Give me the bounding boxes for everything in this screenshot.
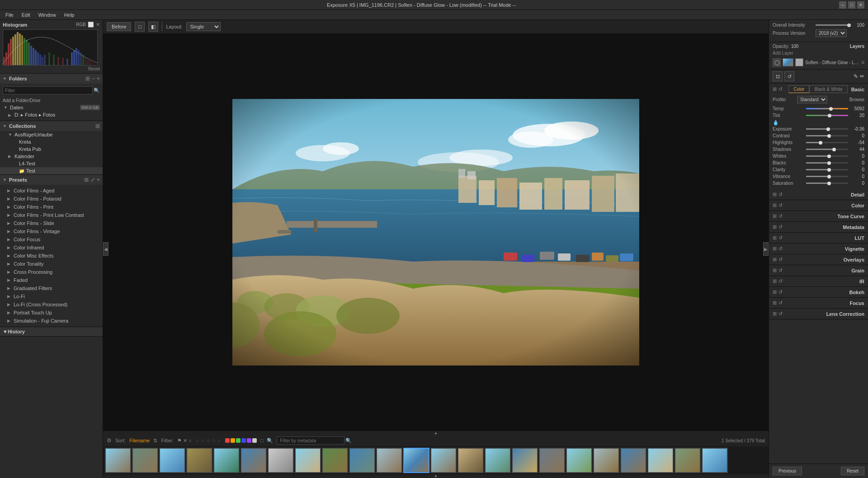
preset-simulation-fuji[interactable]: ▶ Simulation - Fuji Camera (0, 317, 103, 325)
film-thumb-3[interactable] (159, 448, 185, 473)
before-compare-btn[interactable]: □ (135, 22, 145, 32)
filter-star-1[interactable]: ☆ (195, 438, 200, 444)
slider-whites-thumb[interactable] (827, 155, 831, 158)
collection-kalender[interactable]: ▶ Kalender (0, 153, 103, 160)
collection-kreta[interactable]: Kreta (0, 138, 103, 145)
slider-blacks-track[interactable] (806, 162, 848, 164)
histogram-reset[interactable]: Reset (3, 66, 100, 71)
folders-grid-icon[interactable]: ⊞ (85, 75, 90, 82)
layer-menu-icon[interactable]: ≡ (861, 59, 864, 66)
crop-tool-btn[interactable]: ⊡ (773, 71, 783, 81)
slider-highlights-track[interactable] (806, 142, 848, 143)
film-thumb-22[interactable] (675, 448, 701, 473)
filter-dot-red[interactable] (225, 438, 230, 443)
histogram-close-icon[interactable]: ✕ (96, 22, 100, 28)
vignette-panel[interactable]: ⊞ ↺ Vignette (769, 244, 868, 254)
slider-whites-track[interactable] (806, 155, 848, 157)
slider-shadows-thumb[interactable] (832, 148, 836, 151)
filter-flag-icon[interactable]: ⚑ (177, 438, 182, 444)
film-thumb-11[interactable] (376, 448, 402, 473)
overall-intensity-slider[interactable] (816, 24, 851, 26)
preset-color-films-vintage[interactable]: ▶ Color Films - Vintage (0, 227, 103, 235)
slider-saturation-thumb[interactable] (827, 182, 831, 185)
grain-panel[interactable]: ⊞ ↺ Grain (769, 265, 868, 276)
profile-select[interactable]: Standard Vivid Neutral (797, 96, 827, 103)
slider-saturation-track[interactable] (806, 183, 848, 184)
film-thumb-8[interactable] (295, 448, 321, 473)
menu-help[interactable]: Help (61, 11, 78, 19)
tab-bw[interactable]: Black & White (809, 85, 847, 93)
preset-color-films-slide[interactable]: ▶ Color Films - Slide (0, 219, 103, 227)
film-thumb-1[interactable] (105, 448, 131, 473)
preset-color-films-print-lc[interactable]: ▶ Color Films - Print Low Contrast (0, 211, 103, 219)
filter-circle-icon[interactable]: ○ (189, 438, 192, 443)
collections-header[interactable]: ▼ Collections ⊞ (0, 121, 103, 131)
lut-panel[interactable]: ⊞ ↺ LUT (769, 233, 868, 244)
left-collapse-arrow[interactable]: ◀ (103, 242, 108, 256)
filter-search-icon[interactable]: 🔍 (267, 438, 273, 444)
pen-line-icon[interactable]: ✏ (860, 73, 864, 80)
folders-minus-icon[interactable]: − (92, 75, 95, 82)
slider-temp-track[interactable] (806, 108, 848, 109)
slider-exposure-track[interactable] (806, 128, 848, 130)
presets-plus-icon[interactable]: + (97, 177, 100, 183)
filter-dot-white[interactable] (252, 438, 257, 443)
filter-star-3[interactable]: ☆ (206, 438, 211, 444)
preset-color-films-print[interactable]: ▶ Color Films - Print (0, 203, 103, 211)
metadata-filter-input[interactable] (277, 436, 344, 445)
process-version-select[interactable]: 2018 (v2) 2012 (v1) (816, 29, 847, 37)
slider-clarity-track[interactable] (806, 169, 848, 170)
preset-graduated-filters[interactable]: ▶ Graduated Filters (0, 284, 103, 292)
film-thumb-17[interactable] (539, 448, 565, 473)
filmstrip-settings-icon[interactable]: ⚙ (107, 437, 112, 444)
film-thumb-9[interactable] (322, 448, 348, 473)
eyedropper-icon[interactable]: 💧 (773, 120, 779, 126)
film-thumb-7[interactable] (268, 448, 294, 473)
preset-faded[interactable]: ▶ Faded (0, 276, 103, 284)
filmstrip-sort-arrow-icon[interactable]: ⇅ (153, 438, 157, 444)
collection-kreta-pub[interactable]: Kreta Pub (0, 145, 103, 153)
slider-contrast-thumb[interactable] (827, 134, 831, 138)
slider-tint-track[interactable] (806, 115, 848, 116)
slider-vibrance-track[interactable] (806, 176, 848, 177)
film-thumb-19[interactable] (593, 448, 619, 473)
layer-visibility-icon[interactable] (773, 58, 781, 66)
folder-filter-input[interactable] (3, 86, 93, 94)
slider-contrast-track[interactable] (806, 135, 848, 136)
film-thumb-2[interactable] (132, 448, 158, 473)
basic-layer-icon[interactable]: ⊞ (773, 86, 777, 92)
previous-button[interactable]: Previous (773, 467, 802, 475)
film-thumb-14[interactable] (458, 448, 484, 473)
film-thumb-10[interactable] (349, 448, 375, 473)
preset-lo-fi[interactable]: ▶ Lo-Fi (0, 292, 103, 300)
bokeh-panel[interactable]: ⊞ ↺ Bokeh (769, 287, 868, 298)
preset-cross-processing[interactable]: ▶ Cross Processing (0, 268, 103, 276)
slider-shadows-track[interactable] (806, 149, 848, 150)
presets-expand-icon[interactable]: ⤢ (90, 177, 95, 183)
ir-panel[interactable]: ⊞ ↺ IR (769, 276, 868, 287)
filter-dot-green[interactable] (236, 438, 241, 443)
preset-color-films-polaroid[interactable]: ▶ Color Films - Polaroid (0, 195, 103, 203)
minimize-button[interactable]: ─ (839, 1, 846, 9)
preset-lo-fi-cross[interactable]: ▶ Lo-Fi (Cross Processed) (0, 300, 103, 309)
collection-ausfluge[interactable]: ▼ Ausflüge\Urlaube (0, 131, 103, 138)
presets-header[interactable]: ▼ Presets ⊞ ⤢ + (0, 175, 103, 185)
film-thumb-23[interactable] (702, 448, 728, 473)
preset-portrait-touch[interactable]: ▶ Portrait Touch Up (0, 309, 103, 317)
presets-grid-icon[interactable]: ⊞ (84, 177, 89, 183)
film-thumb-6[interactable] (241, 448, 267, 473)
film-thumb-21[interactable] (647, 448, 674, 473)
collections-icon[interactable]: ⊞ (95, 123, 100, 129)
color-panel[interactable]: ⊞ ↺ Color (769, 200, 868, 211)
film-thumb-13[interactable] (430, 448, 457, 473)
slider-clarity-thumb[interactable] (827, 168, 831, 172)
film-thumb-18[interactable] (566, 448, 592, 473)
slider-blacks-thumb[interactable] (827, 161, 831, 165)
close-button[interactable]: ✕ (857, 1, 864, 9)
film-thumb-4[interactable] (186, 448, 212, 473)
menu-file[interactable]: File (2, 11, 17, 19)
layout-select[interactable]: Single Compare Survey (186, 22, 221, 31)
histogram-rgb[interactable]: RGB (76, 22, 86, 27)
basic-refresh-icon[interactable]: ↺ (778, 86, 783, 92)
filter-dot-purple[interactable] (247, 438, 251, 443)
